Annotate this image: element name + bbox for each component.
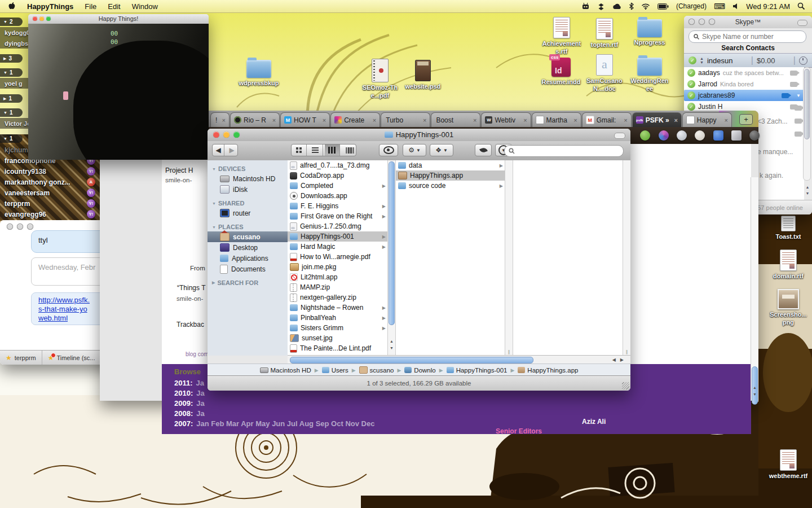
file-row[interactable]: Genius-1.7.250.dmg ▶ (288, 221, 387, 231)
scrollbar-thumb[interactable] (389, 161, 395, 325)
adium-group-row[interactable]: ▼ 1 (0, 108, 23, 117)
file-row[interactable]: Nightshade – Rowen ▶ (288, 303, 387, 313)
video-call-icon[interactable] (795, 106, 802, 111)
wifi-menu-icon[interactable] (641, 3, 650, 10)
sidebar-item[interactable]: Desktop (208, 242, 288, 253)
close-button[interactable] (7, 224, 13, 230)
skype-search-field[interactable]: Skype Name or number (689, 30, 806, 43)
video-call-icon[interactable] (790, 82, 797, 87)
file-row[interactable]: alfred_0.7....ta_73.dmg ▶ (288, 160, 387, 170)
archive-months[interactable]: Ja (196, 389, 204, 397)
video-call-icon[interactable] (795, 132, 802, 137)
file-row[interactable]: data ▶ (396, 160, 505, 170)
browser-tab[interactable]: Happy × (682, 112, 732, 127)
back-forward-buttons[interactable]: ◀ ▶ (212, 144, 238, 156)
menu-file[interactable]: File (79, 2, 102, 11)
skype-balance[interactable]: $0.00 (757, 56, 775, 65)
tab-close-icon[interactable]: × (272, 117, 276, 124)
browser-tab[interactable]: Create × (330, 112, 380, 127)
scrollbar-thumb[interactable] (804, 69, 810, 139)
sidebar-section-places[interactable]: ▼PLACES (212, 224, 288, 230)
status-dropdown-arrows[interactable]: ▲▼ (700, 56, 704, 64)
desktop-icon-resume-indd[interactable]: Resume.indd (540, 58, 582, 86)
buddy-row[interactable]: evangregg96 Y! ★ (0, 209, 111, 220)
file-row[interactable]: sunset.jpg ▶ (288, 333, 387, 343)
file-row[interactable]: Sisters Grimm ▶ (288, 323, 387, 333)
menu-edit[interactable]: Edit (102, 2, 126, 11)
desktop-icon-screenshot-png[interactable]: Screensho...png (767, 289, 810, 327)
tab-close-icon[interactable]: × (423, 117, 426, 124)
minimize-button[interactable] (699, 19, 705, 25)
scrollbar-thumb[interactable] (290, 357, 533, 364)
sidebar-section-devices[interactable]: ▼DEVICES (212, 165, 288, 172)
zoom-button[interactable] (709, 19, 715, 25)
file-row[interactable]: The Painte...De Lint.pdf ▶ (288, 343, 387, 353)
app-menu-happythings[interactable]: HappyThings (21, 2, 79, 11)
desktop-icon-wdpressbkup[interactable]: wdpressbkup (237, 60, 280, 87)
tab-close-icon[interactable]: × (573, 117, 577, 124)
column-3-scrollbar[interactable]: ∥ (623, 160, 630, 356)
horizontal-scrollbar[interactable]: ◀ ▶ (288, 355, 630, 364)
browser-tab[interactable]: PSFK » × (632, 112, 682, 127)
list-view-button[interactable] (308, 144, 324, 156)
chat-tab[interactable]: ★ Timeline (sc... (42, 351, 102, 365)
sidebar-item[interactable]: router (208, 208, 288, 218)
path-bar-item[interactable]: Downlo ▶ (404, 367, 444, 374)
browser-tab[interactable]: ! × (210, 112, 230, 127)
scrollbar-arrows[interactable]: ▲▼ (804, 182, 811, 199)
desktop-icon-seomoz-pdf[interactable]: SEOmoz-The...pdf (359, 59, 401, 100)
desktop-icon-website-psd[interactable]: website.psd (401, 60, 444, 91)
skype-contact-row[interactable]: jcabranes89 ▼ (684, 90, 804, 101)
tab-close-icon[interactable]: × (222, 117, 226, 124)
scroll-up-arrow[interactable]: ▲ (388, 339, 395, 343)
icon-view-button[interactable] (292, 144, 307, 156)
file-row[interactable]: join.me.pkg ▶ (288, 262, 387, 272)
column-2-scrollbar[interactable]: ∥ (505, 160, 513, 356)
wrench-icon[interactable] (749, 130, 760, 141)
file-row[interactable]: Completed ▶ (288, 181, 387, 191)
editor-name[interactable]: Aziz Ali (582, 418, 606, 426)
back-button[interactable]: ◀ (213, 144, 224, 156)
cloud-menu-icon[interactable] (612, 3, 621, 10)
tab-close-icon[interactable]: × (523, 117, 527, 124)
path-bar-item[interactable]: Users ▶ (322, 367, 357, 374)
file-row[interactable]: MAMP.zip ▶ (288, 282, 387, 292)
close-button[interactable] (689, 19, 695, 25)
close-button[interactable] (213, 132, 219, 138)
adium-group-row[interactable]: ▼ 2 (0, 17, 23, 26)
keyboard-input-menu-icon[interactable]: ⌨ (714, 2, 725, 11)
file-row[interactable]: Downloads.app ▶ (288, 191, 387, 201)
quick-look-button[interactable] (379, 144, 398, 156)
browser-tab[interactable]: Gmail: × (582, 112, 632, 127)
tab-close-icon[interactable]: × (674, 117, 677, 124)
skype-contact-row[interactable]: Jarrod Kinda bored ▼ (684, 78, 804, 90)
online-status-icon[interactable] (689, 56, 696, 64)
dropbox-menu-button[interactable]: ❖▼ (430, 144, 453, 156)
zoom-button[interactable] (46, 16, 51, 21)
video-call-icon[interactable] (782, 93, 789, 98)
action-menu-button[interactable]: ⚙▼ (403, 144, 426, 156)
file-row[interactable]: HappyThings-001 ▶ (288, 231, 387, 242)
column-resize-handle[interactable]: ∥ (505, 349, 513, 354)
browser-tab[interactable]: Boost × (431, 112, 480, 127)
tab-close-icon[interactable]: × (624, 117, 627, 124)
green-app-icon[interactable] (640, 130, 650, 141)
tab-close-icon[interactable]: × (473, 117, 476, 124)
minimize-button[interactable] (17, 224, 23, 230)
finder-search-field[interactable] (504, 145, 624, 157)
sidebar-section-shared[interactable]: ▼SHARED (212, 200, 288, 207)
desktop-icon-topten[interactable]: topten.rtf (583, 18, 626, 49)
browser-tab[interactable]: HOW T × (280, 112, 330, 127)
leaf-tool-button[interactable] (475, 144, 492, 156)
video-call-icon[interactable] (790, 71, 797, 76)
browser-tab[interactable]: Webtiv × (481, 112, 531, 127)
browser-tab[interactable]: Martha × (532, 112, 581, 127)
file-row[interactable]: PinballYeah ▶ (288, 313, 387, 323)
file-row[interactable]: Lit2html.app ▶ (288, 272, 387, 282)
browser-tab[interactable]: Rio – R × (230, 112, 280, 127)
robot-menu-icon[interactable] (581, 2, 590, 10)
file-row[interactable]: CodaDrop.app ▶ (288, 170, 387, 181)
adium-group-row[interactable]: ▼ 1 (0, 134, 23, 143)
battery-menu-icon[interactable] (657, 3, 669, 10)
path-bar-item[interactable]: HappyThings.app ▶ (518, 367, 578, 374)
